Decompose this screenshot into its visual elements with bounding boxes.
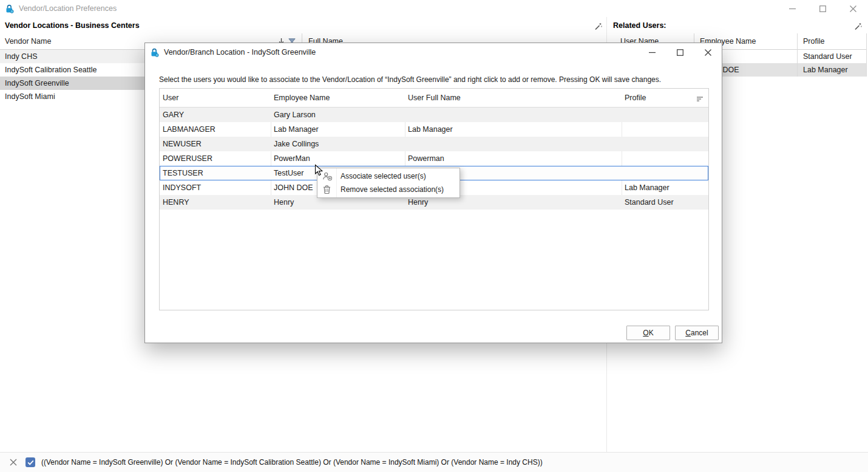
profile-cell: Lab Manager: [803, 63, 848, 77]
close-button[interactable]: [838, 0, 868, 17]
profile-cell: Standard User: [625, 195, 674, 210]
profile-cell: Lab Manager: [625, 180, 670, 195]
filter-expression-text: ((Vendor Name = IndySoft Greenville) Or …: [41, 458, 543, 467]
dialog-user-row[interactable]: LABMANAGER Lab Manager Lab Manager: [160, 122, 708, 137]
user-cell: NEWUSER: [163, 137, 202, 151]
employee-name-cell: Gary Larson: [274, 108, 316, 122]
menu-item-label: Associate selected user(s): [341, 172, 426, 180]
magic-wand-icon[interactable]: [853, 22, 863, 33]
maximize-icon: [677, 49, 683, 56]
filter-status-bar: ((Vendor Name = IndySoft Greenville) Or …: [0, 452, 868, 472]
employee-name-cell: Jake Collings: [274, 137, 319, 151]
employee-name-cell: Lab Manager: [274, 122, 319, 137]
dialog-user-row[interactable]: GARY Gary Larson: [160, 108, 708, 122]
app-lock-icon: [150, 48, 159, 57]
dialog-minimize-button[interactable]: [638, 43, 666, 61]
profile-cell: Standard User: [803, 50, 852, 63]
dialog-user-row[interactable]: POWERUSER PowerMan Powerman: [160, 151, 708, 166]
context-menu: Associate selected user(s) Remove select…: [317, 168, 460, 198]
profile-column-header[interactable]: Profile: [803, 33, 824, 49]
left-panel-title: Vendor Locations - Business Centers: [5, 21, 140, 30]
user-full-name-cell: Lab Manager: [408, 122, 453, 137]
user-cell: GARY: [163, 108, 184, 122]
mouse-cursor: [314, 164, 324, 179]
column-divider: [797, 33, 798, 77]
user-column-header[interactable]: User: [163, 89, 178, 107]
user-cell: HENRY: [163, 195, 189, 210]
dialog-instruction-text: Select the users you would like to assoc…: [159, 75, 661, 84]
user-cell: LABMANAGER: [163, 122, 215, 137]
filter-enabled-checkbox[interactable]: [25, 457, 35, 467]
dialog-titlebar: Vendor/Branch Location - IndySoft Greenv…: [145, 43, 722, 61]
employee-name-cell: Henry: [274, 195, 294, 210]
dialog-table-header: User Employee Name User Full Name Profil…: [160, 89, 708, 108]
employee-name-cell: PowerMan: [274, 151, 310, 166]
menu-item-label: Remove selected association(s): [341, 185, 444, 194]
dialog-user-row[interactable]: NEWUSER Jake Collings: [160, 137, 708, 151]
minimize-button[interactable]: [777, 0, 807, 17]
user-full-name-column-header[interactable]: User Full Name: [408, 89, 461, 107]
close-filter-button[interactable]: [10, 459, 17, 466]
trash-icon: [322, 185, 331, 199]
user-full-name-cell: Powerman: [408, 151, 444, 166]
close-icon: [705, 49, 711, 56]
window-controls: [777, 0, 868, 17]
dialog-close-button[interactable]: [694, 43, 722, 61]
employee-name-cell: JOHN DOE: [274, 180, 313, 195]
column-divider: [866, 33, 867, 77]
dialog-maximize-button[interactable]: [666, 43, 694, 61]
employee-name-column-header[interactable]: Employee Name: [274, 89, 330, 107]
maximize-icon: [819, 5, 826, 12]
user-cell: TESTUSER: [163, 166, 203, 180]
profile-column-header[interactable]: Profile: [625, 89, 646, 107]
associate-selected-users-menu-item[interactable]: Associate selected user(s): [317, 169, 459, 183]
cancel-button[interactable]: Cancel: [675, 326, 719, 340]
magic-wand-icon[interactable]: [594, 22, 603, 33]
maximize-button[interactable]: [807, 0, 838, 17]
minimize-icon: [789, 5, 796, 12]
vendor-name-column-header[interactable]: Vendor Name: [5, 33, 51, 49]
user-cell: POWERUSER: [163, 151, 212, 166]
app-lock-icon: [5, 4, 14, 13]
minimize-icon: [649, 49, 656, 56]
right-panel-title: Related Users:: [613, 21, 666, 30]
employee-name-cell: TestUser: [274, 166, 303, 180]
window-title: Vendor/Location Preferences: [19, 4, 117, 13]
dialog-title: Vendor/Branch Location - IndySoft Greenv…: [164, 48, 316, 56]
vendor-location-preferences-window: Vendor/Location Preferences Vendor Locat…: [0, 0, 868, 472]
main-titlebar: Vendor/Location Preferences: [0, 0, 868, 17]
dialog-window-controls: [638, 43, 722, 61]
user-cell: INDYSOFT: [163, 180, 201, 195]
close-filter-icon: [10, 459, 17, 466]
ok-button[interactable]: OK: [626, 326, 670, 340]
sort-indicator-icon: [696, 95, 704, 104]
close-icon: [850, 5, 856, 12]
remove-selected-associations-menu-item[interactable]: Remove selected association(s): [317, 183, 459, 196]
checkmark-icon: [27, 460, 34, 465]
dialog-users-table: User Employee Name User Full Name Profil…: [159, 88, 709, 310]
